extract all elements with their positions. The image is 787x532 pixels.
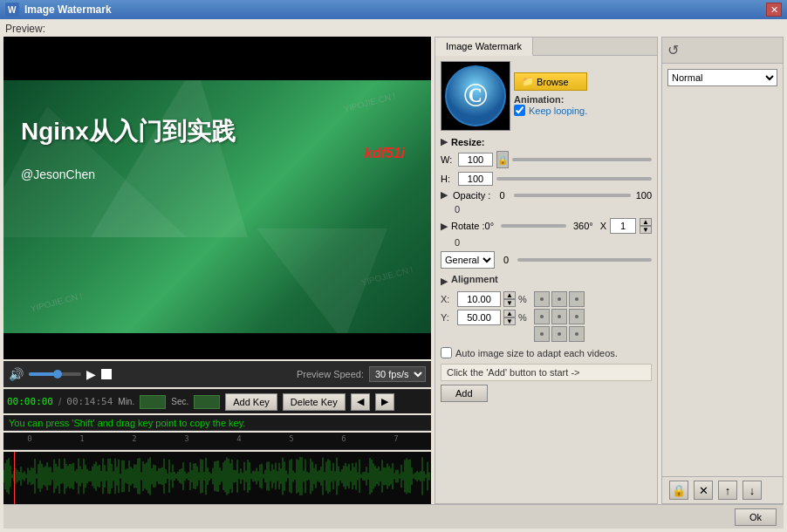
rotate-triangle: ▶ — [441, 221, 448, 232]
align-mr[interactable] — [569, 309, 585, 324]
auto-size-label: Auto image size to adapt each videos. — [455, 348, 618, 358]
video-subtitle: @JesonChen — [21, 167, 95, 181]
animation-row: Animation: Keep looping. — [514, 94, 587, 116]
auto-size-row: Auto image size to adapt each videos. — [441, 347, 652, 358]
lock-action-button[interactable]: 🔒 — [669, 481, 688, 500]
play-button[interactable]: ▶ — [86, 367, 96, 381]
min-input[interactable] — [140, 395, 166, 409]
lock-button[interactable]: 🔒 — [496, 151, 509, 168]
resize-h-input[interactable] — [458, 172, 493, 186]
add-row: Add — [441, 385, 652, 402]
rotate-label: Rotate :0° — [451, 221, 494, 231]
align-tc[interactable] — [551, 291, 567, 307]
playhead[interactable] — [14, 452, 15, 504]
y-input[interactable] — [457, 310, 501, 325]
align-bl[interactable] — [534, 326, 550, 342]
add-key-button[interactable]: Add Key — [225, 393, 277, 411]
ruler-mark: 7 — [370, 434, 422, 443]
volume-slider[interactable] — [29, 372, 81, 376]
opacity-label: Opacity : — [453, 190, 490, 201]
mode-select[interactable]: Normal Multiply Screen Overlay — [667, 69, 777, 86]
resize-h-slider[interactable] — [496, 177, 652, 181]
watermark-red: kdf51i — [365, 146, 405, 161]
waveform-area[interactable] — [3, 452, 431, 504]
rotate-x-up[interactable]: ▲ — [640, 218, 652, 226]
align-tr[interactable] — [569, 291, 585, 307]
prev-frame-button[interactable]: ◀ — [351, 393, 370, 411]
general-val: 0 — [503, 255, 509, 265]
app-icon: W — [5, 3, 19, 17]
close-button[interactable]: ✕ — [766, 3, 782, 17]
ruler-mark: 5 — [265, 434, 318, 443]
tab-header: Image Watermark — [435, 38, 657, 56]
general-select[interactable]: General — [441, 251, 495, 269]
auto-size-checkbox[interactable] — [441, 347, 452, 358]
align-mc[interactable] — [551, 309, 567, 324]
resize-w-input[interactable] — [458, 153, 493, 167]
x-pct: % — [518, 294, 527, 304]
alignment-title: Alignment — [451, 274, 498, 284]
checkbox-row: Keep looping. — [514, 105, 587, 116]
align-br[interactable] — [569, 326, 585, 342]
ruler-mark: 0 — [3, 434, 56, 443]
add-button[interactable]: Add — [441, 385, 488, 402]
align-tl[interactable] — [534, 291, 550, 307]
time-separator: / — [58, 396, 61, 408]
rotate-x-label: X — [600, 221, 606, 231]
preview-label: Preview: — [3, 23, 784, 35]
stop-button[interactable] — [101, 369, 112, 379]
browse-button[interactable]: 📁 Browse — [514, 72, 587, 91]
up-action-button[interactable]: ↑ — [718, 481, 737, 500]
video-area: Nginx从入门到实践 @JesonChen kdf51i YIPOJIE.CN… — [3, 37, 431, 359]
mode-bottom-bar: 🔒 ✕ ↑ ↓ — [662, 476, 783, 503]
opacity-slider[interactable] — [514, 194, 631, 197]
x-row: X: ▲ ▼ % — [441, 291, 527, 307]
tab-image-watermark[interactable]: Image Watermark — [435, 38, 533, 56]
browse-row: © 📁 Browse Animation: Keep looping. — [441, 61, 652, 131]
ruler-mark: 8 — [422, 434, 431, 443]
rotate-max: 360° — [573, 221, 593, 231]
folder-icon: 📁 — [522, 76, 534, 87]
video-black-bottom — [3, 333, 431, 359]
delete-key-button[interactable]: Delete Key — [283, 393, 346, 411]
resize-w-slider[interactable] — [512, 158, 652, 161]
align-ml[interactable] — [534, 309, 550, 324]
align-grid — [534, 291, 585, 342]
ruler-area: 01234567891011121314151617 — [3, 433, 431, 450]
ok-button[interactable]: Ok — [735, 508, 777, 526]
hint-bar: You can press 'Shift' and drag key point… — [3, 415, 431, 431]
image-preview: © — [441, 61, 510, 131]
refresh-icon[interactable]: ↺ — [667, 42, 679, 58]
keep-looping-checkbox[interactable] — [514, 105, 525, 116]
controls-bar: 🔊 ▶ Preview Speed: 30 fps/s — [3, 361, 431, 387]
ruler-numbers: 01234567891011121314151617 — [3, 434, 431, 443]
x-up[interactable]: ▲ — [503, 291, 516, 299]
title-bar: W Image Watermark ✕ — [0, 0, 787, 19]
resize-h-label: H: — [441, 174, 455, 184]
y-up[interactable]: ▲ — [503, 310, 516, 317]
add-hint: Click the 'Add' button to start -> — [441, 364, 652, 381]
ruler-mark: 3 — [161, 434, 213, 443]
rotate-x-down[interactable]: ▼ — [640, 226, 652, 234]
x-down[interactable]: ▼ — [503, 299, 516, 307]
min-label: Min. — [118, 397, 134, 406]
ruler-mark: 2 — [108, 434, 161, 443]
y-label: Y: — [441, 312, 455, 323]
preview-speed-select[interactable]: 30 fps/s — [369, 366, 426, 382]
rotate-x-input[interactable] — [610, 218, 636, 234]
y-down[interactable]: ▼ — [503, 317, 516, 325]
watermark-bg2: YIPOJIE.CN ! — [342, 91, 396, 113]
sec-input[interactable] — [194, 395, 220, 409]
general-slider[interactable] — [517, 258, 652, 262]
x-action-button[interactable]: ✕ — [694, 481, 713, 500]
volume-icon: 🔊 — [9, 367, 24, 381]
x-input[interactable] — [457, 291, 501, 307]
align-bc[interactable] — [551, 326, 567, 342]
next-frame-button[interactable]: ▶ — [375, 393, 394, 411]
mode-body: Normal Multiply Screen Overlay — [662, 64, 783, 476]
alignment-section: ▶ Alignment X: ▲ ▼ — [441, 274, 652, 342]
down-action-button[interactable]: ↓ — [743, 481, 762, 500]
x-icon: ✕ — [699, 484, 708, 497]
rotate-slider[interactable] — [501, 224, 566, 228]
ruler-mark: 4 — [213, 434, 265, 443]
